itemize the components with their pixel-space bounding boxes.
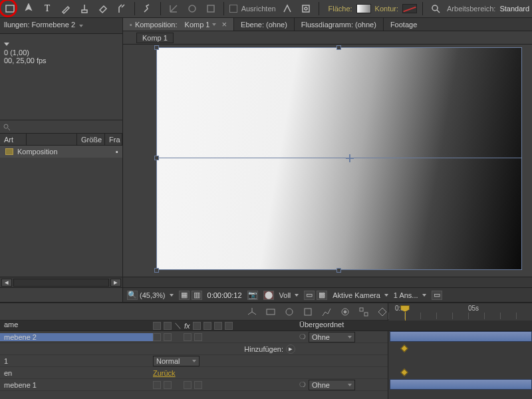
- svg-point-1: [189, 5, 196, 12]
- search-icon[interactable]: [428, 1, 443, 16]
- col-size[interactable]: Größe: [77, 134, 105, 145]
- project-item[interactable]: Komposition ▪: [0, 146, 122, 158]
- breadcrumb[interactable]: Komp 1: [136, 33, 174, 43]
- reset-link[interactable]: Zurück: [153, 369, 176, 377]
- scroll-left-icon[interactable]: ◂: [1, 279, 12, 287]
- align-label: Ausrichten: [241, 5, 276, 13]
- time-ruler[interactable]: 0:00 05s: [388, 303, 532, 321]
- align-checkbox[interactable]: [229, 5, 237, 13]
- views-dropdown[interactable]: 1 Ans...: [394, 291, 426, 299]
- keyframe-icon[interactable]: [400, 368, 408, 376]
- col-fr[interactable]: Fra: [105, 134, 122, 145]
- clone-tool[interactable]: [77, 1, 92, 16]
- blend-mode-dropdown[interactable]: Normal: [153, 356, 200, 366]
- fill-swatch[interactable]: [356, 4, 371, 13]
- world-axis-icon[interactable]: [185, 1, 200, 16]
- search-icon[interactable]: [3, 123, 11, 131]
- pen-tool[interactable]: [21, 1, 36, 16]
- top-toolbar: T Ausrichten Fläche: Kontur: Arbeitsbere…: [0, 0, 532, 18]
- draft3d-icon[interactable]: [246, 306, 258, 318]
- project-list: Komposition ▪: [0, 146, 122, 277]
- col-parent[interactable]: Übergeordnet: [299, 321, 389, 331]
- resolution-dropdown[interactable]: Voll: [279, 291, 299, 299]
- roi-icon[interactable]: ▭: [304, 291, 315, 300]
- stroke-label: Kontur:: [375, 5, 398, 13]
- tab-flowchart[interactable]: Flussdiagramm: (ohne): [295, 18, 384, 31]
- selection-handle[interactable]: [154, 45, 159, 50]
- svg-rect-0: [6, 5, 14, 12]
- local-axis-icon[interactable]: [166, 1, 181, 16]
- comp-tabs: ▪ Komposition: Komp 1 × Ebene: (ohne) Fl…: [123, 18, 532, 31]
- magnify-icon: 🔍: [127, 291, 138, 300]
- transparency-icon[interactable]: ▩: [317, 291, 327, 300]
- rectangle-tool[interactable]: [3, 1, 17, 16]
- svg-point-4: [305, 7, 307, 10]
- folder-icon: ▪: [116, 148, 118, 156]
- viewer-hscroll[interactable]: [123, 277, 532, 287]
- ruler-tick: 05s: [468, 305, 479, 312]
- col-name[interactable]: ame: [0, 321, 153, 331]
- snap-grid-icon[interactable]: [299, 1, 313, 16]
- add-label: Hinzufügen:: [244, 345, 283, 353]
- tab-footage[interactable]: Footage: [384, 18, 424, 31]
- brush-tool[interactable]: [59, 1, 73, 16]
- parent-dropdown[interactable]: Ohne: [309, 380, 355, 390]
- fill-label: Fläche:: [329, 5, 352, 13]
- project-footer: [0, 287, 122, 302]
- grid-icon[interactable]: ▥: [192, 291, 202, 300]
- text-tool[interactable]: T: [40, 1, 55, 16]
- pixel-aspect-icon[interactable]: ▭: [432, 291, 442, 300]
- layer-bar[interactable]: [390, 331, 532, 342]
- roto-tool[interactable]: [114, 1, 129, 16]
- brainstorm-icon[interactable]: [302, 306, 314, 318]
- composition-icon: [5, 148, 13, 155]
- svg-rect-13: [364, 313, 368, 316]
- parent-dropdown[interactable]: Ohne: [309, 332, 355, 342]
- snap-icon[interactable]: [280, 1, 295, 16]
- stroke-swatch[interactable]: [402, 4, 417, 13]
- svg-point-8: [286, 309, 293, 315]
- composition-panel: ▪ Komposition: Komp 1 × Ebene: (ohne) Fl…: [123, 18, 532, 302]
- svg-rect-7: [267, 309, 275, 315]
- graph-icon[interactable]: [321, 306, 332, 318]
- composition-viewer[interactable]: [123, 45, 532, 277]
- motion-blur-icon[interactable]: [283, 306, 295, 318]
- snapshot-icon[interactable]: 📷: [247, 291, 258, 300]
- add-button[interactable]: ▸: [286, 344, 295, 354]
- resolution-icon[interactable]: ▦: [179, 291, 190, 300]
- puppet-tool[interactable]: [140, 1, 155, 16]
- selection-handle[interactable]: [336, 268, 341, 273]
- keyframe-icon[interactable]: [400, 344, 408, 352]
- workspace-value[interactable]: Standard: [499, 5, 529, 13]
- project-panel: llungen: Formebene 2 0 (1,00) 00, 25,00 …: [0, 18, 123, 302]
- composition-canvas[interactable]: [156, 47, 522, 270]
- tab-composition[interactable]: ▪ Komposition: Komp 1 ×: [123, 18, 234, 31]
- svg-rect-3: [303, 5, 309, 12]
- anchor-point-icon[interactable]: [346, 154, 354, 162]
- frame-blend-icon[interactable]: [265, 306, 277, 318]
- timeline-panel: 0:00 05s ame ＼fx Übergeordnet mebene 2 ❍…: [0, 302, 532, 399]
- switches-icon[interactable]: [358, 306, 370, 318]
- selection-handle[interactable]: [154, 268, 159, 273]
- view-axis-icon[interactable]: [203, 1, 218, 16]
- zoom-dropdown[interactable]: 🔍(45,3%): [127, 291, 174, 300]
- scroll-right-icon[interactable]: ▸: [110, 279, 121, 287]
- timecode[interactable]: 0:00:00:12: [207, 291, 242, 299]
- tab-layer[interactable]: Ebene: (ohne): [234, 18, 295, 31]
- layer-bar[interactable]: [390, 379, 532, 390]
- project-search-row: [0, 120, 122, 134]
- selection-handle[interactable]: [336, 45, 341, 50]
- eraser-tool[interactable]: [96, 1, 110, 16]
- close-icon[interactable]: ×: [221, 19, 227, 29]
- workspace-label: Arbeitsbereich:: [447, 5, 495, 13]
- track-area[interactable]: [388, 331, 532, 399]
- auto-kf-icon[interactable]: [376, 306, 388, 318]
- camera-dropdown[interactable]: Aktive Kamera: [332, 291, 388, 299]
- svg-rect-9: [305, 309, 311, 315]
- selection-handle[interactable]: [154, 156, 159, 160]
- channel-icon[interactable]: ⬤: [263, 291, 274, 300]
- col-type[interactable]: Art: [0, 134, 27, 145]
- shy-icon[interactable]: [339, 306, 351, 318]
- svg-rect-12: [360, 308, 363, 311]
- project-hscroll[interactable]: ◂ ▸: [0, 277, 122, 287]
